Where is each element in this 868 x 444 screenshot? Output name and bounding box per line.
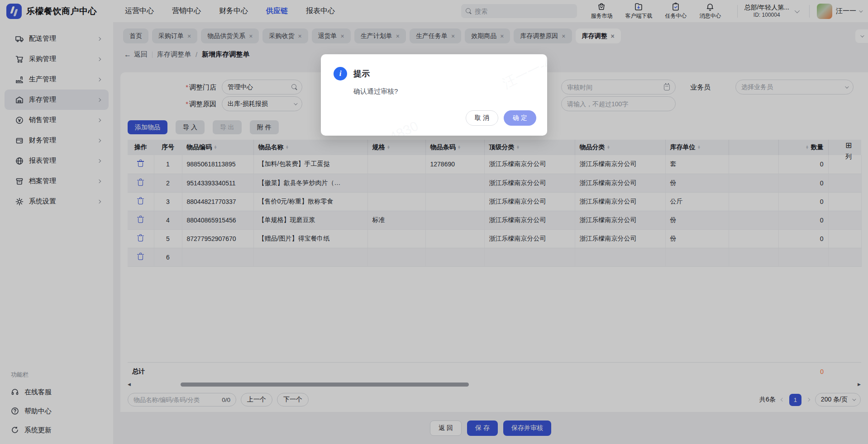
info-icon: i (334, 67, 347, 80)
confirm-button[interactable]: 确 定 (504, 110, 536, 126)
app-window: 乐檬餐饮商户中心 运营中心 营销中心 财务中心 供应链 报表中心 服务市场 客户… (0, 0, 868, 444)
watermark: 4830 (387, 118, 421, 136)
confirm-dialog: 汪一一-48 4830 i 提示 确认通过审核? 取 消 确 定 (321, 54, 547, 136)
dialog-title: 提示 (353, 68, 370, 79)
dialog-header: i 提示 (321, 54, 547, 80)
dialog-buttons: 取 消 确 定 (466, 110, 536, 126)
cancel-button[interactable]: 取 消 (466, 110, 498, 126)
dialog-message: 确认通过审核? (321, 80, 547, 96)
